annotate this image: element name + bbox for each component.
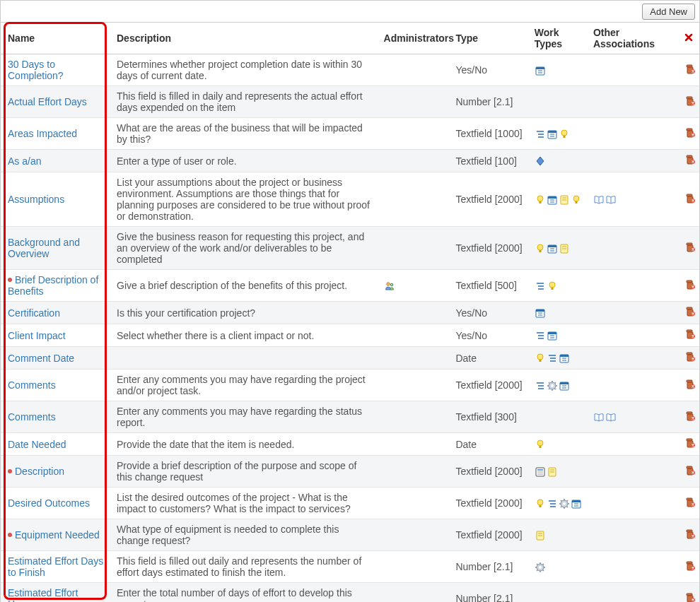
delete-cell[interactable]: [679, 401, 699, 433]
administrators-cell: [378, 551, 450, 583]
header-other-associations[interactable]: Other Associations: [588, 23, 679, 54]
delete-cell[interactable]: [679, 583, 699, 603]
work-types-cell: [529, 172, 588, 227]
delete-row-icon[interactable]: [684, 64, 696, 75]
name-cell: Estimated Effort Hours: [1, 583, 111, 603]
other-associations-cell: [588, 54, 679, 86]
delete-row-icon[interactable]: [684, 411, 696, 422]
field-name-link[interactable]: Desired Outcomes: [8, 497, 90, 509]
delete-cell[interactable]: [679, 370, 699, 401]
other-associations-cell: [588, 519, 679, 551]
delete-cell[interactable]: [679, 347, 699, 370]
delete-cell[interactable]: [679, 86, 699, 118]
field-name-link[interactable]: Equipment Needed: [15, 529, 100, 541]
list-icon: [535, 129, 546, 140]
delete-cell[interactable]: [679, 433, 699, 456]
delete-row-icon[interactable]: [684, 592, 696, 603]
name-cell: Brief Description of Benefits: [1, 270, 111, 302]
table-row: Desired OutcomesList the desired outcome…: [1, 488, 699, 519]
description-cell: Give a brief description of the benefits…: [111, 270, 378, 302]
delete-row-icon[interactable]: [684, 127, 696, 138]
field-name-link[interactable]: As a/an: [8, 155, 41, 167]
work-types-cell: [529, 302, 588, 324]
field-name-link[interactable]: Actual Effort Days: [8, 96, 87, 107]
field-name-link[interactable]: Comments: [8, 411, 56, 423]
field-name-link[interactable]: Certification: [8, 307, 60, 319]
delete-row-icon[interactable]: [684, 154, 696, 165]
delete-row-icon[interactable]: [684, 329, 696, 340]
header-administrators[interactable]: Administrators: [378, 23, 450, 54]
field-name-link[interactable]: Date Needed: [8, 439, 66, 450]
page-container: Add New Name Description Administrators …: [0, 0, 700, 602]
type-cell: Textfield [2000]: [450, 172, 528, 227]
field-name-link[interactable]: Comments: [8, 379, 56, 391]
add-new-button[interactable]: Add New: [642, 4, 695, 20]
field-name-link[interactable]: Areas Impacted: [8, 128, 77, 139]
svg-rect-66: [536, 309, 544, 312]
delete-cell[interactable]: [679, 118, 699, 150]
work-types-cell: [529, 118, 588, 150]
field-name-link[interactable]: Background and Overview: [8, 237, 80, 259]
delete-cell[interactable]: [679, 150, 699, 172]
work-types-cell: [529, 324, 588, 347]
administrators-cell: [378, 519, 450, 551]
svg-rect-120: [537, 469, 543, 471]
delete-row-icon[interactable]: [684, 465, 696, 476]
administrators-cell: [378, 347, 450, 370]
field-name-link[interactable]: Assumptions: [8, 194, 64, 205]
header-name[interactable]: Name: [1, 23, 111, 54]
field-name-link[interactable]: Estimated Effort Days to Finish: [8, 555, 103, 578]
lightbulb-icon: [571, 194, 582, 206]
other-associations-cell: [588, 324, 679, 347]
delete-cell[interactable]: [679, 270, 699, 302]
delete-cell[interactable]: [679, 488, 699, 519]
delete-row-icon[interactable]: [684, 560, 696, 572]
header-description[interactable]: Description: [111, 23, 378, 54]
description-cell: This field is filled out daily and repre…: [111, 551, 378, 583]
type-cell: Yes/No: [450, 302, 528, 324]
delete-cell[interactable]: [679, 519, 699, 551]
svg-rect-45: [548, 245, 556, 247]
field-name-link[interactable]: Comment Date: [8, 353, 74, 364]
delete-row-icon[interactable]: [684, 529, 696, 540]
other-associations-cell: [588, 370, 679, 401]
list-icon: [535, 281, 546, 292]
delete-row-icon[interactable]: [684, 497, 696, 508]
work-types-cell: [529, 227, 588, 270]
delete-cell[interactable]: [679, 172, 699, 227]
delete-row-icon[interactable]: [684, 351, 696, 362]
delete-row-icon[interactable]: [684, 279, 696, 290]
delete-cell[interactable]: [679, 227, 699, 270]
delete-cell[interactable]: [679, 302, 699, 324]
field-name-link[interactable]: Description: [15, 466, 64, 477]
delete-cell[interactable]: [679, 551, 699, 583]
book-icon: [605, 194, 617, 206]
delete-row-icon[interactable]: [684, 379, 696, 390]
delete-cell[interactable]: [679, 456, 699, 488]
field-name-link[interactable]: 30 Days to Completion?: [8, 59, 64, 81]
note-icon: [535, 530, 546, 541]
description-cell: Is this your certification project?: [111, 302, 378, 324]
header-work-types[interactable]: Work Types: [529, 23, 588, 54]
type-cell: Date: [450, 347, 528, 370]
delete-cell[interactable]: [679, 324, 699, 347]
header-type[interactable]: Type: [450, 23, 528, 54]
type-cell: Textfield [2000]: [450, 488, 528, 519]
field-name-link[interactable]: Client Impact: [8, 330, 66, 341]
table-row: 30 Days to Completion?Determines whether…: [1, 54, 699, 86]
field-name-link[interactable]: Estimated Effort Hours: [8, 587, 78, 602]
delete-row-icon[interactable]: [684, 306, 696, 317]
delete-cell[interactable]: [679, 54, 699, 86]
lightbulb-icon: [535, 243, 546, 254]
delete-row-icon[interactable]: [684, 242, 696, 253]
description-cell: List the desired outcomes of the project…: [111, 488, 378, 519]
field-name-link[interactable]: Brief Description of Benefits: [8, 274, 98, 297]
work-types-cell: [529, 401, 588, 433]
delete-row-icon[interactable]: [684, 437, 696, 449]
other-associations-cell: [588, 270, 679, 302]
delete-row-icon[interactable]: [684, 193, 696, 204]
header-delete[interactable]: [679, 23, 699, 54]
delete-row-icon[interactable]: [684, 95, 696, 107]
name-cell: As a/an: [1, 150, 111, 172]
description-cell: Enter a type of user or role.: [111, 150, 378, 172]
